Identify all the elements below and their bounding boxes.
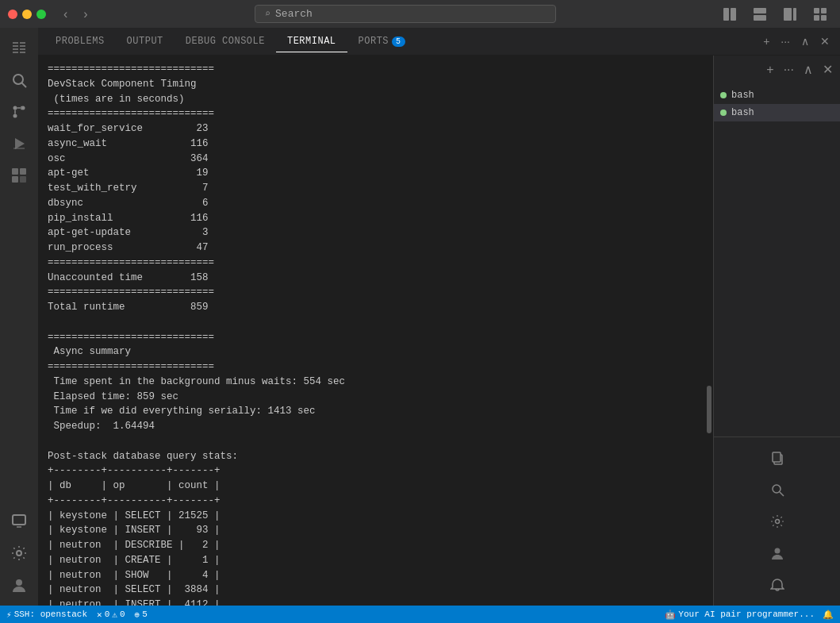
search-bar[interactable]: ⌕ Search: [255, 5, 556, 23]
tab-terminal[interactable]: TERMINAL: [276, 31, 347, 52]
warning-icon: ⚠: [112, 610, 117, 620]
session-name-2: bash: [731, 107, 754, 118]
panel-add-button[interactable]: +: [762, 61, 777, 79]
close-button[interactable]: [8, 10, 17, 19]
close-panel-button[interactable]: ✕: [816, 33, 834, 49]
add-terminal-button[interactable]: +: [759, 33, 773, 49]
activity-run[interactable]: [5, 129, 33, 158]
svg-point-23: [17, 551, 21, 556]
activity-account[interactable]: [5, 571, 33, 599]
session-active-dot-2: [720, 110, 727, 116]
ssh-status[interactable]: ⚡ SSH: openstack: [6, 610, 87, 620]
activity-remote[interactable]: [5, 507, 33, 536]
svg-rect-16: [13, 148, 25, 149]
bell-status[interactable]: 🔔: [823, 610, 834, 620]
scrollbar-thumb[interactable]: [707, 386, 712, 433]
layout-editor-icon[interactable]: [718, 6, 742, 23]
ports-status[interactable]: ⊕ 5: [135, 610, 148, 620]
tab-problems[interactable]: PROBLEMS: [44, 31, 116, 52]
ai-programmer-status[interactable]: 🤖 Your AI pair programmer...: [665, 610, 815, 620]
svg-rect-9: [821, 15, 827, 21]
panel-close-button[interactable]: ✕: [819, 60, 837, 79]
status-bar: ⚡ SSH: openstack ✕ 0 ⚠ 0 ⊕ 5 🤖 Your AI p…: [0, 606, 840, 623]
svg-point-29: [775, 520, 779, 524]
svg-point-24: [16, 579, 22, 586]
error-icon: ✕: [97, 610, 102, 620]
right-copy-icon[interactable]: [763, 444, 792, 472]
right-bell-icon[interactable]: [763, 571, 792, 599]
status-bar-right: 🤖 Your AI pair programmer... 🔔: [665, 610, 834, 620]
panel-more-button[interactable]: ···: [780, 61, 798, 79]
svg-point-30: [774, 548, 780, 554]
search-placeholder: Search: [275, 8, 313, 20]
svg-rect-3: [754, 15, 766, 21]
ssh-label: SSH: openstack: [14, 610, 87, 619]
terminal-session-1[interactable]: bash: [714, 87, 840, 104]
svg-rect-5: [793, 8, 796, 21]
layout-center-icon[interactable]: [748, 6, 772, 23]
svg-line-28: [780, 492, 784, 496]
terminal-content: ============================ DevStack Co…: [38, 56, 840, 606]
panel-expand-button[interactable]: ∧: [800, 60, 817, 79]
activity-bar: [0, 28, 38, 606]
more-actions-button[interactable]: ···: [777, 33, 794, 49]
activity-source-control[interactable]: [5, 98, 33, 126]
terminal-scrollbar[interactable]: [705, 56, 713, 606]
expand-panel-button[interactable]: ∧: [797, 33, 813, 49]
maximize-button[interactable]: [36, 10, 46, 19]
right-person-icon[interactable]: [763, 539, 792, 567]
activity-explorer[interactable]: [5, 34, 33, 63]
layout-grid-icon[interactable]: [808, 6, 832, 23]
layout-right-icon[interactable]: [778, 6, 802, 23]
warnings-count: 0: [120, 610, 125, 619]
svg-rect-18: [20, 168, 26, 175]
terminal-list-panel: + ··· ∧ ✕ bash bash: [713, 56, 840, 606]
tab-debug-console[interactable]: DEBUG CONSOLE: [175, 31, 276, 52]
titlebar: ‹ › ⌕ Search: [0, 0, 840, 28]
right-gear-icon[interactable]: [763, 507, 792, 536]
ssh-icon: ⚡: [6, 610, 12, 620]
svg-point-27: [773, 485, 781, 493]
terminal-session-2[interactable]: bash: [714, 104, 840, 121]
errors-status[interactable]: ✕ 0 ⚠ 0: [97, 610, 125, 620]
errors-count: 0: [105, 610, 110, 619]
svg-point-10: [13, 75, 23, 84]
svg-rect-4: [784, 8, 792, 21]
svg-rect-2: [754, 8, 766, 13]
port-icon: ⊕: [135, 610, 140, 620]
ai-icon: 🤖: [665, 610, 676, 620]
svg-point-14: [13, 106, 17, 110]
ai-label: Your AI pair programmer...: [678, 610, 815, 619]
right-search-icon[interactable]: [763, 475, 792, 504]
tab-ports[interactable]: PORTS 5: [347, 31, 416, 52]
svg-rect-6: [814, 8, 819, 13]
svg-marker-15: [15, 138, 25, 149]
svg-rect-8: [814, 15, 819, 21]
forward-button[interactable]: ›: [79, 6, 92, 23]
svg-rect-26: [773, 452, 781, 462]
svg-rect-21: [13, 515, 25, 525]
activity-search[interactable]: [5, 66, 33, 94]
search-icon: ⌕: [265, 8, 270, 20]
activity-settings[interactable]: [5, 539, 33, 567]
minimize-button[interactable]: [22, 10, 32, 19]
tab-output[interactable]: OUTPUT: [116, 31, 175, 52]
activity-extensions[interactable]: [5, 161, 33, 190]
terminal-text: ============================ DevStack Co…: [48, 62, 696, 606]
svg-point-12: [13, 114, 17, 118]
tab-bar: PROBLEMS OUTPUT DEBUG CONSOLE TERMINAL P…: [38, 28, 840, 56]
ports-count: 5: [142, 610, 148, 619]
back-button[interactable]: ‹: [59, 6, 72, 23]
svg-rect-20: [20, 176, 26, 183]
ports-badge: 5: [392, 37, 405, 47]
right-icon-bar: [714, 436, 840, 606]
tab-actions: + ··· ∧ ✕: [759, 33, 834, 49]
titlebar-left: ‹ ›: [8, 6, 93, 23]
bell-icon: 🔔: [823, 610, 834, 620]
svg-rect-0: [723, 8, 729, 21]
terminal-area: PROBLEMS OUTPUT DEBUG CONSOLE TERMINAL P…: [38, 28, 840, 606]
svg-rect-1: [731, 8, 736, 21]
terminal-output[interactable]: ============================ DevStack Co…: [38, 56, 705, 606]
session-name-1: bash: [731, 90, 754, 101]
terminal-sessions-list: bash bash: [714, 83, 840, 125]
